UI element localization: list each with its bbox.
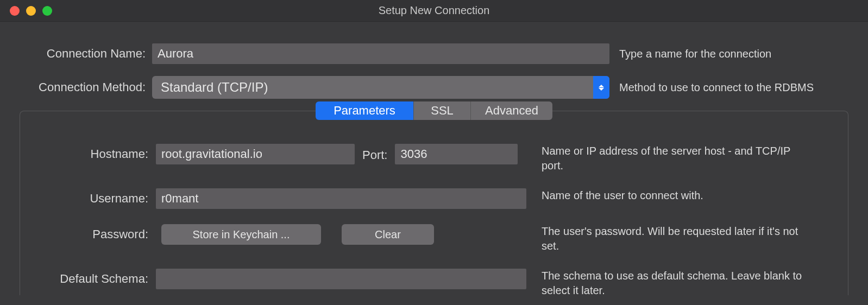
tab-advanced[interactable]: Advanced bbox=[471, 101, 552, 120]
tab-parameters[interactable]: Parameters bbox=[316, 101, 413, 120]
username-label: Username: bbox=[36, 188, 156, 206]
tab-ssl[interactable]: SSL bbox=[413, 101, 471, 120]
select-stepper-icon bbox=[593, 76, 609, 99]
tab-bar: Parameters SSL Advanced bbox=[316, 101, 552, 120]
titlebar: Setup New Connection bbox=[0, 0, 868, 22]
parameters-group: Parameters SSL Advanced Hostname: Port: … bbox=[20, 111, 848, 295]
password-hint: The user's password. Will be requested l… bbox=[542, 224, 813, 253]
row-connection-method: Connection Method: Standard (TCP/IP) Met… bbox=[20, 76, 848, 99]
connection-method-select[interactable]: Standard (TCP/IP) bbox=[152, 76, 609, 99]
window-title: Setup New Connection bbox=[0, 4, 868, 17]
default-schema-hint: The schema to use as default schema. Lea… bbox=[542, 269, 813, 298]
default-schema-input[interactable] bbox=[156, 269, 526, 289]
minimize-window-icon[interactable] bbox=[26, 6, 36, 16]
connection-name-input[interactable] bbox=[152, 43, 609, 64]
store-in-keychain-button[interactable]: Store in Keychain ... bbox=[161, 224, 321, 245]
row-connection-name: Connection Name: Type a name for the con… bbox=[20, 43, 848, 64]
row-username: Username: Name of the user to connect wi… bbox=[36, 188, 832, 209]
maximize-window-icon[interactable] bbox=[42, 6, 52, 16]
connection-method-label: Connection Method: bbox=[20, 80, 152, 94]
port-label: Port: bbox=[362, 146, 387, 162]
hostname-hint: Name or IP address of the server host - … bbox=[542, 144, 813, 173]
row-password: Password: Store in Keychain ... Clear Th… bbox=[36, 224, 832, 253]
connection-name-hint: Type a name for the connection bbox=[619, 48, 848, 60]
close-window-icon[interactable] bbox=[10, 6, 20, 16]
content: Connection Name: Type a name for the con… bbox=[0, 22, 868, 295]
hostname-label: Hostname: bbox=[36, 144, 156, 161]
traffic-lights bbox=[0, 6, 52, 16]
port-input[interactable] bbox=[395, 144, 518, 164]
row-default-schema: Default Schema: The schema to use as def… bbox=[36, 269, 832, 298]
hostname-input[interactable] bbox=[156, 144, 355, 164]
connection-method-value: Standard (TCP/IP) bbox=[161, 80, 268, 95]
clear-password-button[interactable]: Clear bbox=[342, 224, 434, 245]
username-input[interactable] bbox=[156, 188, 526, 209]
username-hint: Name of the user to connect with. bbox=[542, 188, 813, 203]
connection-name-label: Connection Name: bbox=[20, 47, 152, 61]
connection-method-hint: Method to use to connect to the RDBMS bbox=[619, 81, 848, 94]
row-hostname: Hostname: Port: Name or IP address of th… bbox=[36, 144, 832, 173]
password-label: Password: bbox=[36, 224, 156, 242]
default-schema-label: Default Schema: bbox=[36, 269, 156, 286]
